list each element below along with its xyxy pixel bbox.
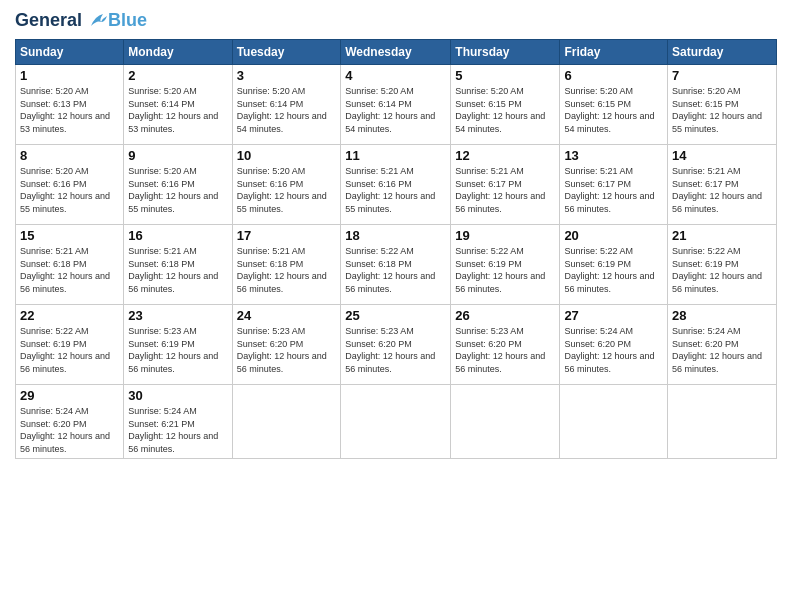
calendar-week-5: 29 Sunrise: 5:24 AM Sunset: 6:20 PM Dayl…: [16, 385, 777, 459]
calendar-cell: 9 Sunrise: 5:20 AM Sunset: 6:16 PM Dayli…: [124, 145, 232, 225]
day-number: 25: [345, 308, 446, 323]
calendar-cell: 26 Sunrise: 5:23 AM Sunset: 6:20 PM Dayl…: [451, 305, 560, 385]
day-info: Sunrise: 5:20 AM Sunset: 6:15 PM Dayligh…: [455, 85, 555, 135]
calendar-cell: [560, 385, 668, 459]
calendar-cell: [341, 385, 451, 459]
day-info: Sunrise: 5:20 AM Sunset: 6:16 PM Dayligh…: [237, 165, 337, 215]
calendar-cell: 17 Sunrise: 5:21 AM Sunset: 6:18 PM Dayl…: [232, 225, 341, 305]
calendar-header-row: SundayMondayTuesdayWednesdayThursdayFrid…: [16, 40, 777, 65]
day-number: 20: [564, 228, 663, 243]
col-header-friday: Friday: [560, 40, 668, 65]
day-info: Sunrise: 5:21 AM Sunset: 6:18 PM Dayligh…: [128, 245, 227, 295]
day-number: 2: [128, 68, 227, 83]
day-number: 14: [672, 148, 772, 163]
day-number: 10: [237, 148, 337, 163]
day-number: 28: [672, 308, 772, 323]
col-header-sunday: Sunday: [16, 40, 124, 65]
col-header-wednesday: Wednesday: [341, 40, 451, 65]
day-number: 6: [564, 68, 663, 83]
day-number: 23: [128, 308, 227, 323]
calendar-week-2: 8 Sunrise: 5:20 AM Sunset: 6:16 PM Dayli…: [16, 145, 777, 225]
day-info: Sunrise: 5:23 AM Sunset: 6:19 PM Dayligh…: [128, 325, 227, 375]
calendar-cell: 22 Sunrise: 5:22 AM Sunset: 6:19 PM Dayl…: [16, 305, 124, 385]
day-number: 3: [237, 68, 337, 83]
day-info: Sunrise: 5:24 AM Sunset: 6:20 PM Dayligh…: [20, 405, 119, 455]
calendar-cell: 11 Sunrise: 5:21 AM Sunset: 6:16 PM Dayl…: [341, 145, 451, 225]
logo-blue: Blue: [108, 10, 147, 31]
calendar-cell: 30 Sunrise: 5:24 AM Sunset: 6:21 PM Dayl…: [124, 385, 232, 459]
calendar-cell: 15 Sunrise: 5:21 AM Sunset: 6:18 PM Dayl…: [16, 225, 124, 305]
col-header-tuesday: Tuesday: [232, 40, 341, 65]
day-info: Sunrise: 5:22 AM Sunset: 6:19 PM Dayligh…: [564, 245, 663, 295]
calendar-cell: 23 Sunrise: 5:23 AM Sunset: 6:19 PM Dayl…: [124, 305, 232, 385]
day-number: 9: [128, 148, 227, 163]
calendar-cell: 4 Sunrise: 5:20 AM Sunset: 6:14 PM Dayli…: [341, 65, 451, 145]
day-info: Sunrise: 5:23 AM Sunset: 6:20 PM Dayligh…: [345, 325, 446, 375]
calendar-cell: 6 Sunrise: 5:20 AM Sunset: 6:15 PM Dayli…: [560, 65, 668, 145]
calendar-cell: 8 Sunrise: 5:20 AM Sunset: 6:16 PM Dayli…: [16, 145, 124, 225]
day-info: Sunrise: 5:20 AM Sunset: 6:13 PM Dayligh…: [20, 85, 119, 135]
calendar-cell: [668, 385, 777, 459]
day-number: 13: [564, 148, 663, 163]
calendar-cell: 28 Sunrise: 5:24 AM Sunset: 6:20 PM Dayl…: [668, 305, 777, 385]
col-header-thursday: Thursday: [451, 40, 560, 65]
calendar-cell: 18 Sunrise: 5:22 AM Sunset: 6:18 PM Dayl…: [341, 225, 451, 305]
day-info: Sunrise: 5:21 AM Sunset: 6:17 PM Dayligh…: [672, 165, 772, 215]
day-info: Sunrise: 5:20 AM Sunset: 6:16 PM Dayligh…: [128, 165, 227, 215]
calendar-cell: 10 Sunrise: 5:20 AM Sunset: 6:16 PM Dayl…: [232, 145, 341, 225]
calendar-cell: 3 Sunrise: 5:20 AM Sunset: 6:14 PM Dayli…: [232, 65, 341, 145]
page: General Blue SundayMondayTuesdayWednesda…: [0, 0, 792, 612]
calendar-cell: 16 Sunrise: 5:21 AM Sunset: 6:18 PM Dayl…: [124, 225, 232, 305]
day-number: 17: [237, 228, 337, 243]
day-info: Sunrise: 5:22 AM Sunset: 6:19 PM Dayligh…: [455, 245, 555, 295]
day-number: 27: [564, 308, 663, 323]
day-number: 19: [455, 228, 555, 243]
logo: General Blue: [15, 10, 147, 31]
day-info: Sunrise: 5:20 AM Sunset: 6:16 PM Dayligh…: [20, 165, 119, 215]
calendar-table: SundayMondayTuesdayWednesdayThursdayFrid…: [15, 39, 777, 459]
day-info: Sunrise: 5:21 AM Sunset: 6:18 PM Dayligh…: [20, 245, 119, 295]
col-header-saturday: Saturday: [668, 40, 777, 65]
calendar-cell: 24 Sunrise: 5:23 AM Sunset: 6:20 PM Dayl…: [232, 305, 341, 385]
day-number: 1: [20, 68, 119, 83]
calendar-week-3: 15 Sunrise: 5:21 AM Sunset: 6:18 PM Dayl…: [16, 225, 777, 305]
day-number: 5: [455, 68, 555, 83]
calendar-cell: 19 Sunrise: 5:22 AM Sunset: 6:19 PM Dayl…: [451, 225, 560, 305]
day-number: 29: [20, 388, 119, 403]
day-number: 8: [20, 148, 119, 163]
day-number: 11: [345, 148, 446, 163]
day-info: Sunrise: 5:24 AM Sunset: 6:21 PM Dayligh…: [128, 405, 227, 455]
calendar-cell: [232, 385, 341, 459]
calendar-cell: 5 Sunrise: 5:20 AM Sunset: 6:15 PM Dayli…: [451, 65, 560, 145]
calendar-cell: 29 Sunrise: 5:24 AM Sunset: 6:20 PM Dayl…: [16, 385, 124, 459]
calendar-cell: 14 Sunrise: 5:21 AM Sunset: 6:17 PM Dayl…: [668, 145, 777, 225]
calendar-cell: 25 Sunrise: 5:23 AM Sunset: 6:20 PM Dayl…: [341, 305, 451, 385]
day-info: Sunrise: 5:21 AM Sunset: 6:16 PM Dayligh…: [345, 165, 446, 215]
day-number: 30: [128, 388, 227, 403]
calendar-cell: [451, 385, 560, 459]
day-number: 18: [345, 228, 446, 243]
day-number: 12: [455, 148, 555, 163]
day-number: 15: [20, 228, 119, 243]
calendar-cell: 13 Sunrise: 5:21 AM Sunset: 6:17 PM Dayl…: [560, 145, 668, 225]
day-info: Sunrise: 5:21 AM Sunset: 6:17 PM Dayligh…: [455, 165, 555, 215]
day-info: Sunrise: 5:23 AM Sunset: 6:20 PM Dayligh…: [237, 325, 337, 375]
day-info: Sunrise: 5:24 AM Sunset: 6:20 PM Dayligh…: [564, 325, 663, 375]
day-number: 4: [345, 68, 446, 83]
day-info: Sunrise: 5:20 AM Sunset: 6:14 PM Dayligh…: [237, 85, 337, 135]
calendar-cell: 20 Sunrise: 5:22 AM Sunset: 6:19 PM Dayl…: [560, 225, 668, 305]
day-number: 7: [672, 68, 772, 83]
logo-text: General: [15, 11, 107, 31]
calendar-cell: 27 Sunrise: 5:24 AM Sunset: 6:20 PM Dayl…: [560, 305, 668, 385]
day-number: 21: [672, 228, 772, 243]
day-info: Sunrise: 5:22 AM Sunset: 6:18 PM Dayligh…: [345, 245, 446, 295]
day-info: Sunrise: 5:21 AM Sunset: 6:17 PM Dayligh…: [564, 165, 663, 215]
calendar-cell: 21 Sunrise: 5:22 AM Sunset: 6:19 PM Dayl…: [668, 225, 777, 305]
day-info: Sunrise: 5:21 AM Sunset: 6:18 PM Dayligh…: [237, 245, 337, 295]
col-header-monday: Monday: [124, 40, 232, 65]
calendar-cell: 12 Sunrise: 5:21 AM Sunset: 6:17 PM Dayl…: [451, 145, 560, 225]
calendar-cell: 1 Sunrise: 5:20 AM Sunset: 6:13 PM Dayli…: [16, 65, 124, 145]
day-number: 22: [20, 308, 119, 323]
day-info: Sunrise: 5:20 AM Sunset: 6:15 PM Dayligh…: [672, 85, 772, 135]
day-number: 26: [455, 308, 555, 323]
